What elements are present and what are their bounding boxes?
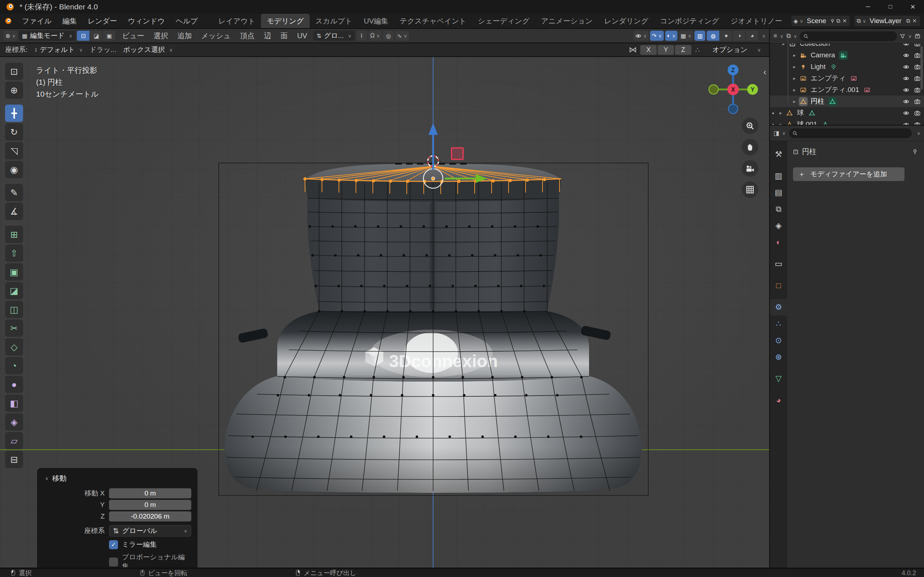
maximize-button[interactable]: □	[879, 0, 901, 14]
hide-in-viewport-icon[interactable]	[903, 76, 909, 82]
editor-type-button[interactable]: ⊕ ∨	[3, 31, 17, 41]
tool-shrink-fatten[interactable]: ◈	[5, 413, 23, 430]
workspace-tab[interactable]: コンポジティング	[654, 14, 725, 28]
pin-icon[interactable]	[830, 18, 835, 24]
new-scene-icon[interactable]: ⧉	[835, 18, 842, 24]
pin-icon[interactable]	[912, 148, 918, 155]
outliner-item-label[interactable]: エンプティ.001	[811, 85, 859, 95]
tool-bevel[interactable]: ◪	[5, 282, 23, 299]
hide-in-viewport-icon[interactable]	[903, 52, 909, 58]
operator-panel-move[interactable]: ∨ 移動 移動 X 0 m Y 0 m Z -0.020206 m	[37, 468, 197, 567]
tab-constraints[interactable]: ⊛	[770, 349, 787, 365]
disable-in-render-icon[interactable]	[914, 76, 921, 82]
properties-options-icon[interactable]: ∨	[917, 131, 921, 136]
outliner-item-label[interactable]: Camera	[811, 51, 835, 59]
remove-view-layer-icon[interactable]: ✕	[911, 18, 918, 24]
outliner-display-mode-button[interactable]: ⧉ ∨	[786, 32, 797, 40]
outliner-filter-button[interactable]: ∨	[900, 34, 912, 39]
tool-loop-cut[interactable]: ◫	[5, 301, 23, 318]
checkbox[interactable]: ✓	[109, 540, 118, 549]
disable-in-render-icon[interactable]	[914, 52, 921, 58]
tool-move[interactable]: ╋	[5, 105, 23, 122]
viewport-menu-item[interactable]: 頂点	[235, 29, 259, 43]
hide-in-viewport-icon[interactable]	[903, 44, 909, 47]
tool-shear[interactable]: ▱	[5, 432, 23, 449]
outliner-item-label[interactable]: 球	[797, 108, 804, 118]
drag-mode-dropdown[interactable]: ボックス選択 ∨	[120, 45, 176, 55]
menu-item[interactable]: ウィンドウ	[122, 14, 170, 28]
mirror-axis-button[interactable]: X	[640, 45, 657, 55]
outliner-search[interactable]	[800, 31, 897, 41]
overlays-toggle[interactable]: ◐ ∨	[665, 31, 677, 41]
blender-menu-button[interactable]	[0, 14, 16, 28]
outliner-collection[interactable]: • ▸ Collection	[770, 44, 924, 49]
unlink-scene-icon[interactable]: ✕	[842, 18, 848, 24]
mirror-icon[interactable]: ⋈	[629, 45, 637, 55]
outliner-item-label[interactable]: 円柱	[811, 97, 824, 106]
tab-output[interactable]: ▤	[770, 184, 787, 201]
outliner-editor-type-button[interactable]: ≡ ∨	[774, 32, 783, 40]
material-preview-button[interactable]: ◑	[733, 31, 746, 41]
tab-physics[interactable]: ⊙	[770, 332, 787, 349]
view-layer-selector[interactable]: ⧉ ∨ ViewLayer ⧉ ✕	[854, 15, 921, 27]
tool-extrude-region[interactable]: ⇧	[5, 245, 23, 262]
tool-poly-build[interactable]: ◇	[5, 338, 23, 356]
disclosure-icon[interactable]: ▸	[779, 44, 788, 47]
tool-add-cube[interactable]: ⊞	[5, 226, 23, 243]
hide-in-viewport-icon[interactable]	[903, 64, 909, 70]
workspace-tab[interactable]: レンダリング	[598, 14, 654, 28]
tool-spin[interactable]: ◔	[5, 357, 23, 374]
disclosure-icon[interactable]: ▸	[790, 52, 799, 58]
viewport-menu-item[interactable]: メッシュ	[196, 29, 235, 43]
camera-view-button[interactable]	[742, 160, 758, 177]
outliner-item-label[interactable]: Collection	[800, 44, 830, 48]
checkbox[interactable]: ✓	[109, 558, 118, 567]
tab-object[interactable]: □	[770, 277, 787, 294]
disable-in-render-icon[interactable]	[914, 87, 921, 93]
number-field[interactable]: 0 m	[109, 488, 191, 498]
workspace-tab[interactable]: シェーディング	[472, 14, 535, 28]
zoom-button[interactable]	[742, 118, 758, 134]
properties-search-input[interactable]	[800, 129, 909, 137]
view-layer-name[interactable]: ViewLayer	[869, 17, 901, 25]
wireframe-shading-button[interactable]: ◍	[707, 31, 720, 41]
workspace-tab[interactable]: スカルプト	[310, 14, 358, 28]
tool-measure[interactable]: ∡	[5, 203, 23, 220]
viewport-3d[interactable]: 3Dconnexion	[0, 57, 769, 567]
minimize-button[interactable]: ─	[857, 0, 879, 14]
tool-smooth[interactable]: ●	[5, 376, 23, 393]
tool-scale[interactable]: ◹	[5, 142, 23, 160]
tab-object-data[interactable]: ▽	[770, 371, 787, 387]
outliner-camera[interactable]: • ▸ Camera	[770, 49, 924, 61]
workspace-tab[interactable]: アニメーション	[535, 14, 598, 28]
number-field[interactable]: -0.020206 m	[109, 511, 191, 521]
rendered-shading-button[interactable]: ◕	[746, 31, 759, 41]
outliner-light[interactable]: • ▸ Light	[770, 61, 924, 73]
menu-item[interactable]: ファイル	[16, 14, 57, 28]
outliner-sphere-001[interactable]: • ▸ 球.001	[770, 119, 924, 125]
disable-in-render-icon[interactable]	[914, 121, 921, 125]
add-modifier-button[interactable]: ＋ モディファイアーを追加	[793, 167, 905, 181]
disable-in-render-icon[interactable]	[914, 110, 921, 116]
outliner-scrollbar[interactable]	[921, 46, 923, 89]
viewport-menu-item[interactable]: 追加	[173, 29, 196, 43]
mirror-axis-button[interactable]: Z	[675, 45, 691, 55]
tool-select-box[interactable]: ⊡	[5, 63, 23, 80]
tool-rotate[interactable]: ↻	[5, 123, 23, 141]
menu-item[interactable]: ヘルプ	[170, 14, 203, 28]
tab-world[interactable]: ◐	[770, 234, 787, 251]
disable-in-render-icon[interactable]	[914, 44, 921, 47]
workspace-tab[interactable]: ジオメトリノー	[725, 14, 788, 28]
workspace-tab[interactable]: テクスチャペイント	[394, 14, 472, 28]
solid-shading-button[interactable]: ●	[720, 31, 733, 41]
xray-toggle[interactable]: ▥	[695, 31, 705, 41]
face-select-button[interactable]: ▣	[103, 31, 116, 41]
snap-options-icon[interactable]: ∴	[695, 45, 700, 54]
properties-search[interactable]	[789, 128, 912, 138]
disclosure-icon[interactable]: ▸	[776, 121, 785, 125]
tool-cursor[interactable]: ⊕	[5, 82, 23, 99]
hide-in-viewport-icon[interactable]	[903, 110, 909, 116]
new-collection-button[interactable]	[914, 33, 921, 39]
viewport-menu-item[interactable]: 選択	[149, 29, 173, 43]
outliner-sphere[interactable]: • ▸ 球	[770, 107, 924, 119]
